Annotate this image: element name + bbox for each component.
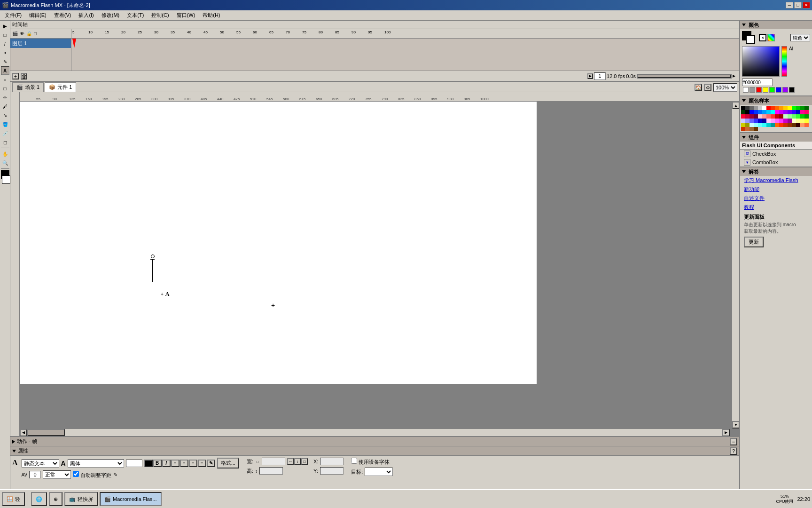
color-swatch-item[interactable]	[800, 119, 804, 123]
scroll-up-arrow[interactable]: ▲	[732, 102, 739, 109]
layer-row[interactable]: 图层 1	[10, 39, 71, 48]
properties-options-btn[interactable]: ?	[730, 447, 737, 455]
black-swatch[interactable]	[789, 87, 795, 93]
color-swatch-item[interactable]	[775, 114, 779, 119]
color-swatch-item[interactable]	[758, 114, 762, 119]
color-swatch-item[interactable]	[783, 106, 788, 110]
color-swatch-item[interactable]	[804, 123, 809, 127]
zoom-select[interactable]: 100% 50% 200%	[713, 83, 737, 92]
color-swatch-item[interactable]	[771, 110, 775, 114]
maximize-btn[interactable]: □	[794, 2, 802, 8]
fill-color[interactable]	[2, 175, 10, 184]
tab-scene[interactable]: 🎬 场景 1	[12, 82, 44, 92]
h-scroll-thumb[interactable]	[27, 429, 65, 436]
color-swatch-item[interactable]	[750, 123, 754, 127]
purple-swatch[interactable]	[782, 87, 788, 93]
arrow-tool[interactable]: ▶	[1, 22, 9, 30]
height-input[interactable]	[259, 467, 283, 475]
taskbar-quickscreen[interactable]: 📺 轻快屏	[64, 492, 98, 506]
color-swatch-item[interactable]	[792, 106, 796, 110]
swatches-panel-header[interactable]: 颜色样本	[740, 96, 812, 105]
start-btn[interactable]: 🪟 轻	[2, 492, 25, 506]
gray-swatch[interactable]	[750, 87, 755, 93]
actions-options-btn[interactable]: ≡	[730, 438, 737, 445]
align-center-btn[interactable]: ≡	[180, 460, 188, 467]
color-swatch-item[interactable]	[745, 114, 750, 119]
color-swatch-item[interactable]	[754, 119, 758, 123]
align-justify-btn[interactable]: ≡	[198, 460, 206, 467]
color-gradient[interactable]	[742, 46, 780, 77]
color-swatch-item[interactable]	[750, 119, 754, 123]
yellow-swatch[interactable]	[763, 87, 768, 93]
color-swatch-item[interactable]	[779, 123, 783, 127]
color-swatch-item[interactable]	[758, 106, 762, 110]
h-scrollbar[interactable]: ◀ ▶	[20, 429, 730, 436]
color-swatch-item[interactable]	[788, 119, 792, 123]
taskbar-flash[interactable]: 🎬 Macromedia Flas...	[100, 492, 162, 506]
font-size-input[interactable]: 56	[126, 460, 142, 467]
actions-expand-icon[interactable]	[12, 440, 15, 444]
color-swatch-item[interactable]	[788, 106, 792, 110]
color-swatch-item[interactable]	[762, 114, 766, 119]
color-swatch-item[interactable]	[754, 110, 758, 114]
menu-view[interactable]: 查看(V)	[50, 11, 75, 20]
red-swatch[interactable]	[756, 87, 762, 93]
h-scroll-track[interactable]	[27, 429, 722, 436]
color-swatch-item[interactable]	[745, 106, 750, 110]
color-swatch-item[interactable]	[762, 119, 766, 123]
tracking-input[interactable]	[29, 471, 41, 478]
pencil-tool[interactable]: ✏	[1, 93, 9, 102]
color-panel-header[interactable]: 颜色	[740, 21, 812, 29]
color-swatch-item[interactable]	[762, 123, 766, 127]
edit-btn[interactable]: ✎	[207, 460, 215, 467]
color-swatch-item[interactable]	[792, 114, 796, 119]
color-swatch-item[interactable]	[766, 110, 771, 114]
y-input[interactable]	[320, 467, 344, 475]
minimize-btn[interactable]: ─	[786, 2, 793, 8]
auto-kern-checkbox[interactable]	[73, 471, 79, 477]
color-swatch-item[interactable]	[804, 119, 809, 123]
green-swatch[interactable]	[769, 87, 775, 93]
color-swatch-item[interactable]	[804, 110, 809, 114]
color-swatch-item[interactable]	[750, 114, 754, 119]
color-swatch-item[interactable]	[796, 110, 800, 114]
align-left-btn[interactable]: ≡	[171, 460, 180, 467]
width-input[interactable]	[262, 458, 285, 465]
fill-swatch[interactable]	[746, 35, 755, 44]
color-swatch-item[interactable]	[741, 114, 745, 119]
scroll-left-arrow[interactable]: ◀	[20, 429, 27, 437]
components-panel-header[interactable]: 组件	[740, 133, 812, 142]
color-swatch-item[interactable]	[754, 106, 758, 110]
menu-insert[interactable]: 插入(I)	[75, 11, 97, 20]
color-swatch-item[interactable]	[754, 127, 758, 131]
color-swatch-item[interactable]	[750, 127, 754, 131]
link-readme[interactable]: 自述文件	[740, 194, 812, 203]
bold-btn[interactable]: B	[153, 460, 162, 467]
zoom-tool[interactable]: 🔍	[1, 159, 9, 167]
color-swatch-item[interactable]	[788, 123, 792, 127]
brush-tool[interactable]: 🖌	[1, 102, 9, 111]
color-swatch-item[interactable]	[754, 123, 758, 127]
text-type-select[interactable]: 静态文本	[22, 459, 59, 468]
width-btn3[interactable]: □	[301, 458, 308, 465]
hand-tool[interactable]: ✋	[1, 150, 9, 158]
menu-control[interactable]: 控制(C)	[148, 11, 172, 20]
color-swatch-item[interactable]	[758, 123, 762, 127]
stage-btn2[interactable]: ⚙	[704, 84, 711, 91]
properties-expand-icon[interactable]	[12, 450, 16, 452]
color-box[interactable]	[144, 460, 153, 467]
color-swatch-item[interactable]	[745, 123, 750, 127]
menu-text[interactable]: 文本(T)	[123, 11, 148, 20]
color-swatch-item[interactable]	[741, 119, 745, 123]
timeline-scrollbar[interactable]	[637, 74, 732, 79]
playhead[interactable]	[72, 39, 76, 48]
color-swatch-item[interactable]	[745, 127, 750, 131]
link-learn[interactable]: 学习 Macromedia Flash	[740, 176, 812, 185]
align-right-btn[interactable]: ≡	[189, 460, 197, 467]
color-swatch-item[interactable]	[758, 119, 762, 123]
color-swatch-item[interactable]	[804, 114, 809, 119]
color-swatch-item[interactable]	[775, 119, 779, 123]
scroll-down-arrow[interactable]: ▼	[732, 421, 739, 429]
v-scrollbar[interactable]: ▲ ▼	[732, 102, 739, 429]
fill-type-select[interactable]: 纯色	[790, 34, 810, 41]
